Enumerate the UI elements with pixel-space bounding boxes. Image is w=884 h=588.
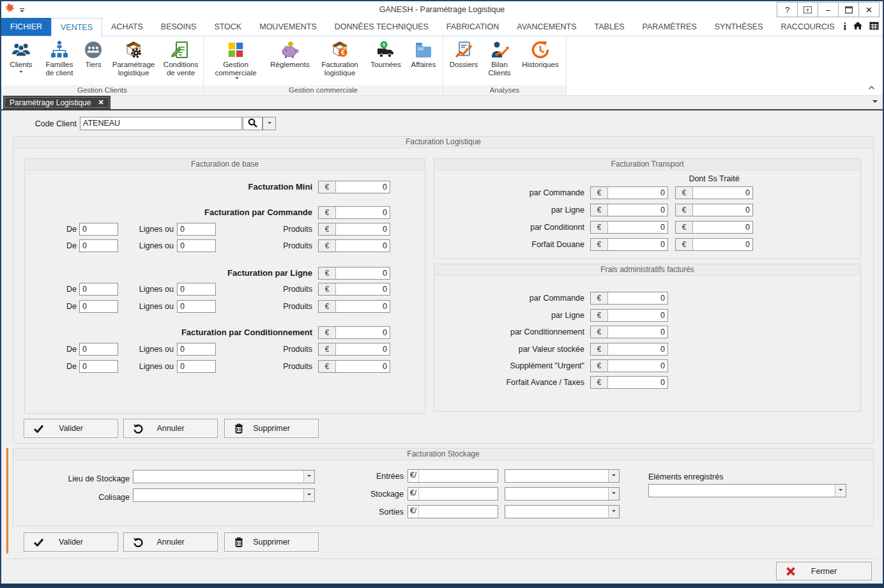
sorties-unit-select[interactable]: [505, 505, 620, 518]
amount-value[interactable]: 0: [693, 239, 752, 250]
frais-commande-input[interactable]: €0: [590, 292, 668, 305]
produits-amount-input[interactable]: € 0: [318, 223, 390, 236]
info-icon[interactable]: i: [844, 22, 846, 32]
collapse-ribbon-icon[interactable]: [868, 81, 875, 93]
amount-value[interactable]: 0: [336, 181, 390, 193]
produits-amount-input[interactable]: € 0: [318, 360, 390, 373]
grid-icon[interactable]: [869, 21, 879, 33]
quick-access-caret-icon[interactable]: [19, 4, 25, 15]
forfait-douane-input[interactable]: €0: [590, 238, 668, 251]
chevron-down-icon[interactable]: [303, 471, 314, 483]
facturation-ligne-input[interactable]: € 0: [318, 267, 390, 280]
lignes-input[interactable]: 0: [177, 360, 216, 373]
menu-tab-parametres[interactable]: PARAMÈTRES: [634, 18, 706, 36]
menu-tab-fichier[interactable]: FICHIER: [1, 18, 51, 36]
valider-stockage-button[interactable]: Valider: [24, 532, 118, 552]
amount-value[interactable]: 0: [608, 222, 667, 233]
menu-tab-tables[interactable]: TABLES: [586, 18, 634, 36]
amount-value[interactable]: 0: [608, 204, 667, 216]
amount-value[interactable]: 0: [693, 204, 752, 216]
ribbon-item-historiques[interactable]: Historiques: [516, 37, 565, 85]
fermer-button[interactable]: Fermer: [776, 562, 872, 580]
transport-conditionnt-ss-traite-input[interactable]: €0: [675, 221, 753, 234]
ribbon-item-familles-de-client[interactable]: Familles de client: [40, 37, 79, 85]
chevron-down-icon[interactable]: [835, 485, 846, 497]
produits-amount-input[interactable]: € 0: [318, 343, 390, 356]
colisage-select[interactable]: [133, 488, 315, 502]
amount-value[interactable]: 0: [608, 187, 667, 199]
produits-amount-input[interactable]: € 0: [318, 300, 390, 313]
ribbon-item-reglements[interactable]: Règlements: [266, 37, 314, 85]
entrees-rate-input[interactable]: €/: [408, 469, 498, 483]
menu-tab-raccourcis[interactable]: RACCOURCIS: [772, 18, 844, 36]
ribbon-item-affaires[interactable]: Affaires: [406, 37, 441, 85]
lieu-de-stockage-select[interactable]: [133, 470, 315, 483]
forfait-avance-taxes-input[interactable]: €0: [590, 376, 668, 389]
supprimer-button[interactable]: Supprimer: [224, 419, 319, 438]
amount-value[interactable]: 0: [336, 327, 390, 338]
client-dropdown-button[interactable]: [263, 117, 276, 130]
supprimer-stockage-button[interactable]: Supprimer: [224, 532, 319, 552]
maximize-button[interactable]: [838, 2, 859, 17]
ribbon-item-dossiers[interactable]: Dossiers: [445, 37, 483, 85]
supplement-urgent-input[interactable]: €0: [590, 359, 668, 372]
code-client-input[interactable]: ATENEAU: [80, 117, 242, 130]
close-button[interactable]: ✕: [858, 2, 880, 17]
frais-conditionnement-input[interactable]: €0: [590, 326, 668, 338]
tab-close-icon[interactable]: ✕: [98, 98, 103, 107]
menu-tab-besoins[interactable]: BESOINS: [152, 18, 206, 36]
ribbon-item-tournees[interactable]: Tournées: [366, 37, 406, 85]
amount-value[interactable]: 0: [608, 360, 667, 372]
amount-value[interactable]: 0: [336, 207, 390, 218]
menu-tab-achats[interactable]: ACHATS: [102, 18, 152, 36]
menu-tab-donnees-techniques[interactable]: DONNÉES TECHNIQUES: [326, 18, 438, 36]
transport-commande-input[interactable]: €0: [590, 186, 668, 199]
amount-value[interactable]: 0: [336, 240, 390, 252]
facturation-mini-input[interactable]: € 0: [318, 181, 390, 193]
amount-value[interactable]: 0: [336, 223, 390, 235]
chevron-down-icon[interactable]: [303, 489, 314, 501]
transport-conditionnt-input[interactable]: €0: [590, 221, 668, 234]
amount-value[interactable]: 0: [693, 222, 752, 233]
home-icon[interactable]: [853, 21, 863, 33]
amount-value[interactable]: 0: [608, 310, 667, 321]
transport-ligne-ss-traite-input[interactable]: €0: [675, 204, 753, 216]
lignes-input[interactable]: 0: [177, 283, 216, 296]
amount-value[interactable]: 0: [608, 377, 667, 388]
entrees-unit-select[interactable]: [505, 469, 620, 483]
amount-value[interactable]: 0: [336, 301, 390, 312]
ribbon-item-tiers[interactable]: Tiers: [79, 37, 107, 85]
produits-amount-input[interactable]: € 0: [318, 239, 390, 252]
facturation-commande-input[interactable]: € 0: [318, 206, 390, 219]
frais-valeur-stockee-input[interactable]: €0: [590, 343, 668, 356]
chevron-down-icon[interactable]: [608, 488, 619, 500]
facturation-conditionnement-input[interactable]: € 0: [318, 326, 390, 339]
amount-value[interactable]: 0: [693, 187, 752, 199]
ribbon-item-conditions-de-vente[interactable]: Conditions de vente: [160, 37, 202, 85]
help-button[interactable]: ?: [777, 2, 798, 17]
minimize-button[interactable]: –: [818, 2, 839, 17]
amount-value[interactable]: 0: [336, 343, 390, 355]
lignes-input[interactable]: 0: [177, 239, 216, 252]
rate-value[interactable]: [419, 506, 498, 518]
document-tab-parametrage-logistique[interactable]: Paramétrage Logistique ✕: [3, 96, 111, 109]
frais-ligne-input[interactable]: €0: [590, 309, 668, 322]
ribbon-item-clients[interactable]: Clients: [3, 37, 40, 85]
amount-value[interactable]: 0: [336, 268, 390, 279]
tab-list-caret-icon[interactable]: [873, 100, 878, 105]
lignes-input[interactable]: 0: [177, 223, 216, 236]
lignes-input[interactable]: 0: [177, 343, 216, 356]
annuler-stockage-button[interactable]: Annuler: [123, 532, 218, 552]
rate-value[interactable]: [419, 488, 498, 500]
menu-tab-ventes[interactable]: VENTES: [51, 18, 102, 36]
chevron-down-icon[interactable]: [608, 470, 619, 482]
annuler-button[interactable]: Annuler: [123, 419, 218, 438]
transport-ligne-input[interactable]: €0: [590, 204, 668, 216]
ribbon-item-gestion-commerciale[interactable]: Gestion commerciale: [205, 37, 266, 85]
amount-value[interactable]: 0: [336, 283, 390, 295]
amount-value[interactable]: 0: [608, 343, 667, 355]
amount-value[interactable]: 0: [608, 326, 667, 338]
menu-tab-mouvements[interactable]: MOUVEMENTS: [250, 18, 326, 36]
valider-button[interactable]: Valider: [24, 419, 118, 438]
pin-ribbon-button[interactable]: [797, 2, 818, 17]
